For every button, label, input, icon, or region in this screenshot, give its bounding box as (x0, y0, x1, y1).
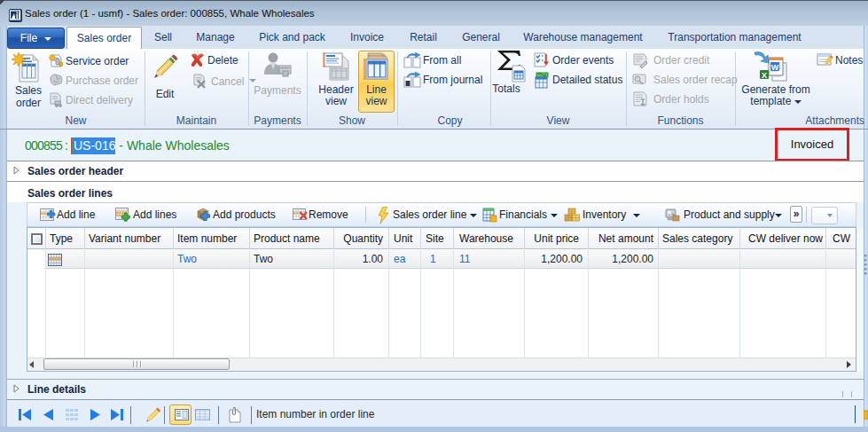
svg-text:W: W (771, 63, 779, 72)
svg-text:X: X (762, 71, 767, 80)
